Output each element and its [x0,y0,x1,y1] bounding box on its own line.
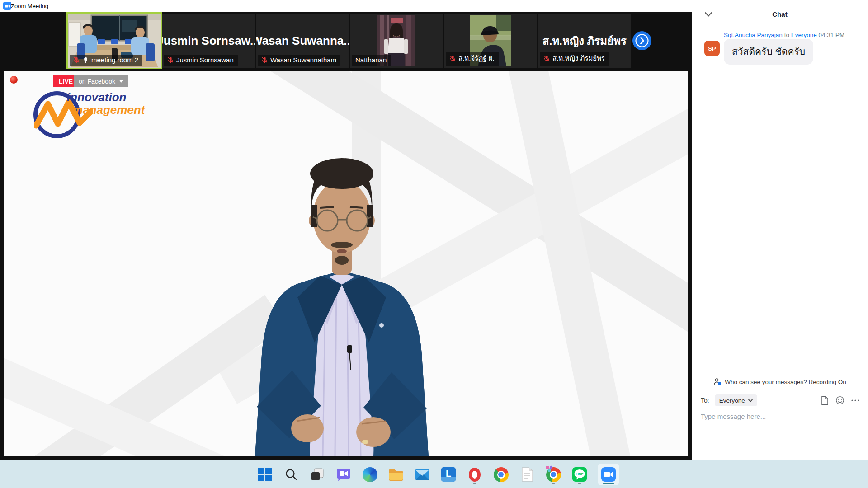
participant-name-label: ส.ท.หญิง ภิรมย์พร [540,52,609,66]
search-icon [284,468,298,481]
caret-down-icon [119,80,123,83]
line-button[interactable]: LINE [571,464,588,485]
running-indicator [473,483,476,484]
edge-icon [363,467,377,482]
chat-header: Chat [692,9,868,22]
notepad-button[interactable] [519,464,535,485]
active-indicator [603,483,614,484]
zoom-icon [601,467,616,482]
chat-message-bubble: สวัสดีครับ ชัดครับ [724,39,813,65]
participant-tile-meeting-room[interactable]: meeting room 2 [68,14,161,68]
windows-start-icon [258,467,272,482]
participant-name-label: Wasan Suwannatham [258,55,340,66]
l-app-button[interactable]: L [440,464,457,485]
chrome-button[interactable] [493,464,509,485]
line-icon: LINE [572,467,587,482]
live-destination-dropdown[interactable]: on Facebook [74,75,128,87]
avatar: SP [704,41,720,56]
mic-off-icon [167,56,174,63]
chat-message-input[interactable] [700,412,860,421]
opera-icon [469,468,481,482]
running-indicator [552,483,555,484]
chevron-right-icon [632,31,652,51]
participant-tile-wasan[interactable]: Wasan Suwanna... Wasan Suwannatham [256,14,349,68]
pin-icon [82,57,89,63]
notepad-icon [520,467,534,482]
teams-chat-icon [336,467,351,482]
participant-tile-natthanan[interactable]: Natthanan [350,14,443,68]
teams-chat-button[interactable] [335,464,352,485]
l-app-icon: L [441,467,456,482]
start-button[interactable] [257,464,273,485]
recipient-dropdown[interactable]: Everyone [715,394,757,406]
file-explorer-button[interactable] [388,464,404,485]
participant-name-label: ส.ท.จิรัฏฐ์ ผ. [446,52,499,66]
running-indicator [578,483,581,484]
participant-filmstrip: meeting room 2 Jusmin Sornsaw... Jusmin … [0,12,692,70]
mic-off-icon [261,56,268,63]
task-view-button[interactable] [309,464,326,485]
opera-button[interactable] [467,464,483,485]
main-speaker-video: LIVE on Facebook innovation management [4,71,688,456]
svg-text:LINE: LINE [576,472,583,476]
emoji-icon[interactable] [835,396,844,405]
participant-name-label: Natthanan [352,55,391,66]
file-explorer-icon [388,467,404,482]
person-privacy-icon [713,378,722,386]
participant-name-label: Jusmin Sornsawan [164,55,238,66]
to-label: To: [701,397,709,404]
zoom-taskbar-button[interactable] [598,464,619,485]
message-sender[interactable]: Sgt.Anucha Panyajan [724,32,783,38]
caret-down-icon [748,399,753,402]
chrome-profile-button[interactable] [545,464,561,485]
privacy-notice[interactable]: Who can see your messages? Recording On [692,378,868,386]
participant-tile-jirat[interactable]: ส.ท.จิรัฏฐ์ ผ. [444,14,537,68]
window-title: Zoom Meeting [11,3,48,9]
mic-off-icon [73,56,80,63]
participant-tile-jusmin[interactable]: Jusmin Sornsaw... Jusmin Sornsawan [162,14,255,68]
divider [692,374,868,374]
logo-text-line2: management [72,103,145,117]
participant-tile-piromporn[interactable]: ส.ท.หญิง ภิรมย์พร ส.ท.หญิง ภิรมย์พร [538,14,631,68]
chat-to-row: To: Everyone [701,394,860,407]
message-recipient[interactable]: Everyone [791,32,817,38]
recording-indicator-icon [10,76,18,84]
chrome-icon [494,467,509,482]
chat-message-meta: Sgt.Anucha Panyajan to Everyone 04:31 PM [724,32,844,38]
participant-name-label: meeting room 2 [70,55,142,66]
screen: Zoom Meeting [0,0,868,488]
chat-panel: Chat Sgt.Anucha Panyajan to Everyone 04:… [692,0,868,460]
next-participants-button[interactable] [632,31,652,51]
search-button[interactable] [283,464,299,485]
task-view-icon [310,467,325,482]
message-time: 04:31 PM [818,32,844,38]
meeting-content-area: meeting room 2 Jusmin Sornsaw... Jusmin … [0,12,692,460]
innovation-management-logo: innovation management [33,88,146,137]
edge-button[interactable] [362,464,378,485]
logo-text-line1: innovation [67,90,126,104]
file-attach-icon[interactable] [821,396,829,405]
mail-icon [415,468,430,481]
taskbar: L [0,460,868,488]
mail-button[interactable] [414,464,430,485]
mic-off-icon [543,55,550,62]
active-app-highlight [598,464,619,485]
profile-overlay-icon [545,465,553,474]
mic-off-icon [449,55,456,62]
chat-title: Chat [692,10,868,18]
zoom-app-icon [3,2,11,10]
svg-text:L: L [446,469,451,479]
more-options-icon[interactable] [851,399,860,402]
